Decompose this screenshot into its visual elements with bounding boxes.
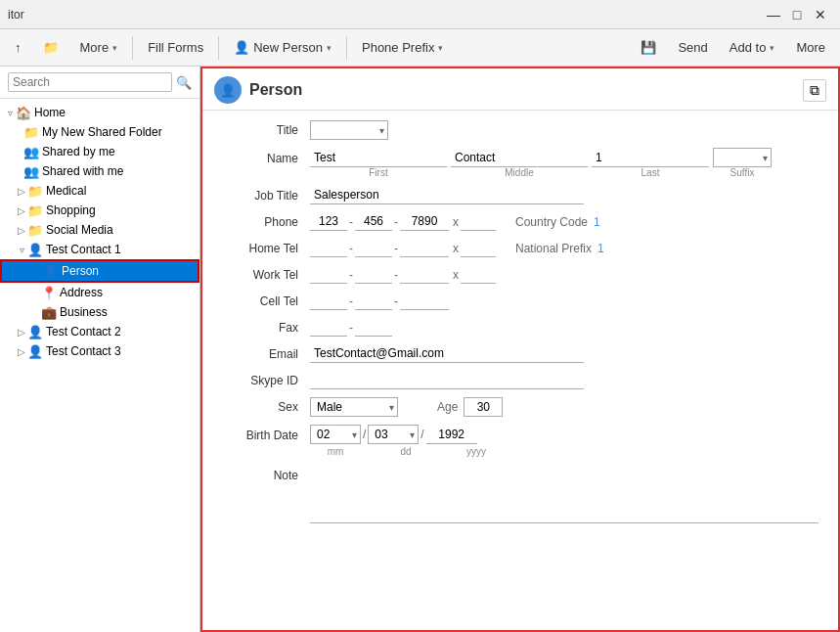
up-button[interactable]: ↑ [6, 36, 30, 59]
search-icon[interactable]: 🔍 [176, 75, 192, 90]
new-person-button[interactable]: 👤 New Person ▾ [225, 36, 340, 59]
home-num1-input[interactable] [355, 239, 392, 257]
birth-dd-select[interactable]: 03 [368, 425, 419, 444]
first-name-input[interactable] [310, 148, 447, 167]
panel-title: 👤 Person [214, 76, 302, 104]
birth-date-label: Birth Date [222, 425, 310, 442]
job-title-input[interactable] [310, 186, 584, 204]
send-button[interactable]: Send [669, 36, 716, 59]
name-labels-row: First Middle Last Suffix [310, 167, 818, 178]
birth-date-row: Birth Date 02 / 03 [222, 425, 818, 457]
work-ext-input[interactable] [461, 265, 496, 284]
home-tel-field: - - x National Prefix 1 [310, 239, 818, 257]
save-button[interactable]: 💾 [632, 36, 665, 59]
mm-label: mm [310, 446, 361, 457]
work-tel-inputs: - - x [310, 265, 496, 284]
phone-field: - - x Country Code 1 [310, 212, 818, 231]
cell-num2-input[interactable] [400, 292, 449, 310]
skype-input[interactable] [310, 371, 584, 389]
job-title-label: Job Title [222, 189, 310, 203]
sidebar-item-shared-with-me[interactable]: 👥 Shared with me [0, 161, 199, 181]
phone-x: x [453, 215, 459, 229]
first-label: First [310, 167, 447, 178]
new-shared-folder-label: My New Shared Folder [42, 125, 162, 139]
note-input[interactable] [310, 465, 818, 523]
search-input[interactable] [8, 72, 172, 92]
note-label: Note [222, 465, 310, 482]
close-button[interactable]: ✕ [809, 4, 832, 25]
dd-label: dd [380, 446, 431, 457]
phone-prefix-button[interactable]: Phone Prefix ▾ [353, 36, 452, 59]
phone-num1-input[interactable] [355, 212, 392, 231]
add-to-button[interactable]: Add to ▾ [721, 36, 784, 59]
sidebar-item-new-shared-folder[interactable]: 📁 My New Shared Folder [0, 122, 199, 142]
sidebar-item-test-contact-2[interactable]: ▷ 👤 Test Contact 2 [0, 322, 199, 341]
sidebar-item-address[interactable]: 📍 Address [0, 283, 199, 302]
toolbar: ↑ 📁 More ▾ Fill Forms 👤 New Person ▾ Pho… [0, 29, 840, 67]
fax-num1-input[interactable] [355, 318, 392, 337]
work-dash-2: - [394, 268, 398, 282]
folder-button[interactable]: 📁 [34, 36, 67, 59]
sidebar: 🔍 ▿ 🏠 Home 📁 My New Shared Folder 👥 Shar… [0, 67, 200, 632]
search-bar: 🔍 [0, 67, 199, 99]
new-person-label: New Person [253, 40, 323, 55]
birth-year-input[interactable] [426, 426, 477, 444]
copy-button[interactable]: ⧉ [803, 79, 826, 102]
person-icon: 👤 [43, 263, 59, 279]
work-num1-input[interactable] [355, 265, 392, 284]
sidebar-item-shopping[interactable]: ▷ 📁 Shopping [0, 201, 199, 220]
new-person-icon: 👤 [234, 40, 249, 55]
birth-mm-select[interactable]: 02 [310, 425, 361, 444]
home-ext-input[interactable] [461, 239, 496, 257]
sex-select[interactable]: Male Female [310, 397, 398, 417]
phone-ext-input[interactable] [461, 212, 496, 231]
work-tel-row: Work Tel - - x [222, 265, 818, 284]
work-area-input[interactable] [310, 265, 347, 284]
email-input[interactable] [310, 344, 584, 363]
sidebar-item-test-contact-3[interactable]: ▷ 👤 Test Contact 3 [0, 341, 199, 361]
sidebar-item-home[interactable]: ▿ 🏠 Home [0, 103, 199, 122]
test-contact-2-label: Test Contact 2 [46, 325, 121, 339]
home-tel-inputs: - - x [310, 239, 496, 257]
minimize-button[interactable]: — [762, 4, 785, 25]
home-area-input[interactable] [310, 239, 347, 257]
fax-field: - [310, 318, 818, 337]
phone-area-input[interactable] [310, 212, 347, 231]
email-label: Email [222, 347, 310, 361]
separator-3 [346, 36, 347, 60]
fill-forms-button[interactable]: Fill Forms [139, 36, 212, 59]
sidebar-item-business[interactable]: 💼 Business [0, 302, 199, 322]
home-x: x [453, 242, 459, 255]
suffix-select[interactable] [713, 148, 772, 167]
cell-area-input[interactable] [310, 292, 347, 310]
birth-mm-wrapper: 02 [310, 425, 361, 444]
cell-num1-input[interactable] [355, 292, 392, 310]
middle-name-input[interactable] [451, 148, 588, 167]
yyyy-label: yyyy [451, 446, 502, 457]
sidebar-item-social-media[interactable]: ▷ 📁 Social Media [0, 220, 199, 240]
birth-sep-2: / [420, 428, 423, 441]
national-prefix-value: 1 [597, 242, 604, 255]
fax-area-input[interactable] [310, 318, 347, 337]
work-num2-input[interactable] [400, 265, 449, 284]
more-left-button[interactable]: More ▾ [71, 36, 127, 59]
sidebar-item-medical[interactable]: ▷ 📁 Medical [0, 181, 199, 201]
phone-num2-input[interactable] [400, 212, 449, 231]
sidebar-item-shared-by-me[interactable]: 👥 Shared by me [0, 142, 199, 161]
title-select[interactable]: Mr. Ms. Dr. [310, 120, 388, 140]
shared-by-me-icon: 👥 [23, 144, 39, 159]
new-person-arrow-icon: ▾ [327, 43, 332, 53]
cell-tel-inputs: - - [310, 292, 449, 310]
medical-label: Medical [46, 184, 86, 198]
person-label: Person [62, 264, 99, 278]
sidebar-item-test-contact-1[interactable]: ▿ 👤 Test Contact 1 [0, 240, 199, 259]
maximize-button[interactable]: □ [785, 4, 809, 25]
home-num2-input[interactable] [400, 239, 449, 257]
sidebar-item-person[interactable]: 👤 Person [0, 259, 199, 283]
sex-row: Sex Male Female Age [222, 397, 818, 417]
page-title: Person [249, 81, 302, 99]
last-name-input[interactable] [592, 148, 709, 167]
note-field [310, 465, 818, 523]
age-input[interactable] [464, 397, 503, 417]
more-right-button[interactable]: More [787, 36, 834, 59]
